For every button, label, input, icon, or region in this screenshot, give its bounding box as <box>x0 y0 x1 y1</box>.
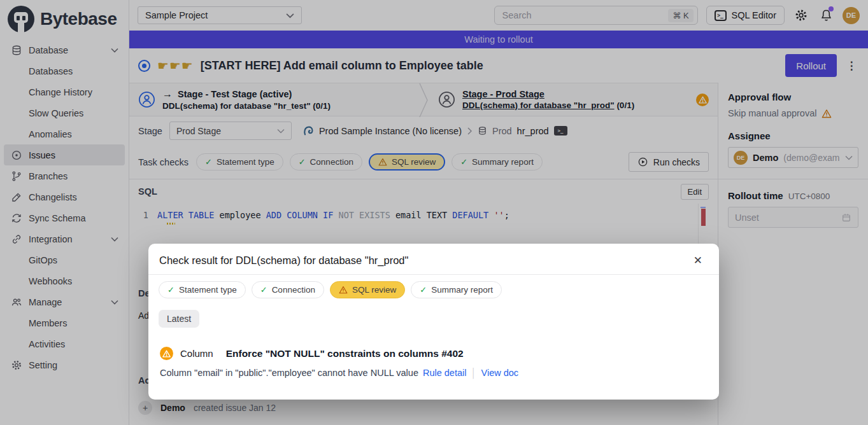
modal-tab-connection[interactable]: ✓ Connection <box>252 281 324 298</box>
modal-header: Check result for DDL(schema) for databas… <box>148 244 719 274</box>
result-category: Column <box>180 348 213 359</box>
modal-tab-sql-review[interactable]: SQL review <box>330 281 405 298</box>
result-rule-title: Enforce "NOT NULL" constraints on column… <box>226 348 464 359</box>
close-icon[interactable]: ✕ <box>694 255 702 266</box>
modal-check-tabs: ✓ Statement type ✓ Connection SQL review… <box>159 281 709 298</box>
warning-triangle-icon <box>339 286 348 294</box>
latest-chip[interactable]: Latest <box>159 310 199 328</box>
result-detail-row: Column "email" in "public"."employee" ca… <box>159 368 709 378</box>
check-pass-icon: ✓ <box>260 285 267 295</box>
modal-tab-statement-type[interactable]: ✓ Statement type <box>159 281 246 298</box>
modal-body: ✓ Statement type ✓ Connection SQL review… <box>148 275 719 378</box>
warning-circle-icon <box>160 347 173 360</box>
rule-detail-link[interactable]: Rule detail <box>423 368 467 378</box>
view-doc-link[interactable]: View doc <box>481 368 519 378</box>
result-detail-text: Column "email" in "public"."employee" ca… <box>160 368 418 378</box>
check-pass-icon: ✓ <box>167 285 174 295</box>
check-result-modal: Check result for DDL(schema) for databas… <box>148 244 719 400</box>
modal-title: Check result for DDL(schema) for databas… <box>159 254 408 267</box>
modal-tab-summary-report[interactable]: ✓ Summary report <box>411 281 502 298</box>
divider: │ <box>471 368 476 378</box>
check-result-row: Column Enforce "NOT NULL" constraints on… <box>159 347 709 360</box>
check-pass-icon: ✓ <box>420 285 427 295</box>
